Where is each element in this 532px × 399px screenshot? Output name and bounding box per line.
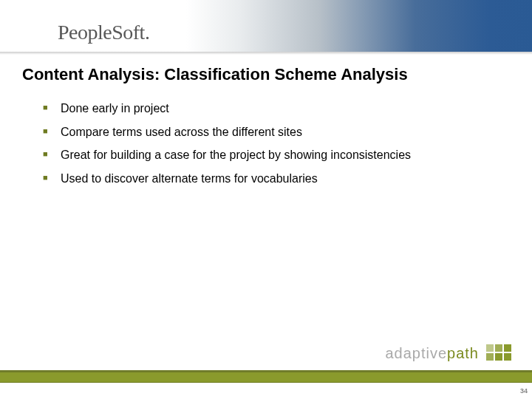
- footer-brand-1: adaptive: [385, 345, 447, 361]
- footer-blocks-icon: [486, 344, 511, 361]
- footer-brand-2: path: [447, 345, 479, 361]
- bullet-item: Used to discover alternate terms for voc…: [43, 171, 494, 187]
- bullet-item: Great for building a case for the projec…: [43, 147, 494, 163]
- footer-brand-text: adaptivepath: [385, 345, 479, 362]
- block-icon: [486, 344, 494, 352]
- bullet-item: Done early in project: [43, 100, 494, 117]
- block-icon: [486, 353, 494, 361]
- page-number: 34: [520, 387, 528, 395]
- header-shadow: [0, 52, 532, 55]
- bullet-item: Compare terms used across the different …: [43, 124, 494, 140]
- block-icon: [495, 353, 502, 361]
- slide-title: Content Analysis: Classification Scheme …: [22, 65, 517, 84]
- footer-bar: [0, 372, 532, 383]
- logo-part-2: Soft: [112, 21, 145, 44]
- block-icon: [495, 344, 502, 352]
- peoplesoft-logo: PeopleSoft.: [58, 21, 149, 43]
- block-icon: [504, 353, 511, 361]
- logo-part-1: People: [58, 21, 112, 44]
- logo-dot: .: [145, 21, 150, 44]
- adaptive-path-logo: adaptivepath: [385, 344, 511, 362]
- block-icon: [504, 344, 511, 352]
- header-band: PeopleSoft.: [0, 0, 532, 55]
- bullet-list: Done early in project Compare terms used…: [43, 100, 494, 194]
- slide: PeopleSoft. Content Analysis: Classifica…: [0, 0, 532, 399]
